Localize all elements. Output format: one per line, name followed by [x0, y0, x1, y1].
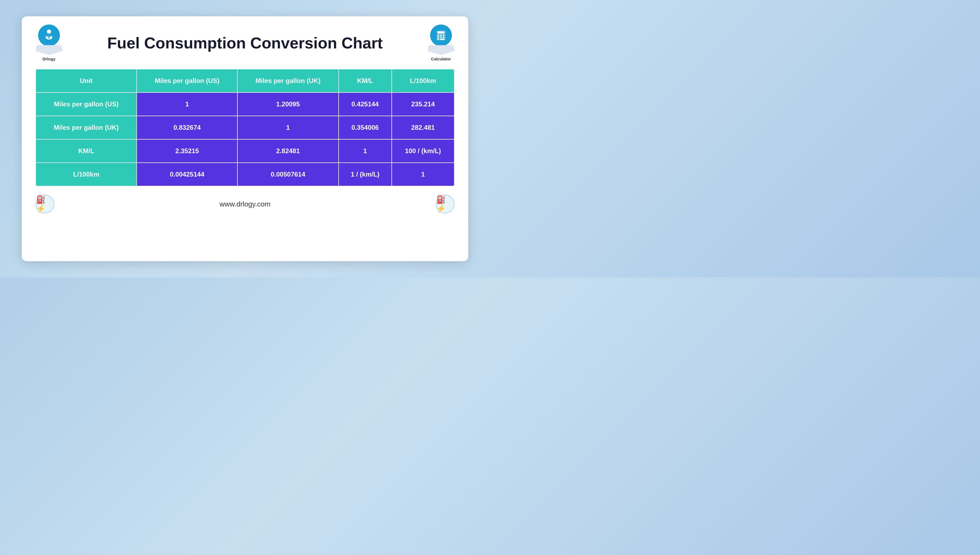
cell-unit: KM/L [36, 139, 137, 163]
col-mpg-uk: Miles per gallon (UK) [238, 69, 338, 93]
cell-unit: Miles per gallon (UK) [36, 116, 137, 139]
col-kml: KM/L [339, 69, 392, 93]
svg-rect-9 [437, 37, 439, 38]
logo-ribbon-right [427, 45, 455, 55]
svg-rect-7 [440, 35, 442, 36]
cell-value: 2.35215 [137, 139, 238, 163]
table-row: L/100km0.004251440.005076141 / (km/L)1 [36, 163, 454, 186]
cell-unit: L/100km [36, 163, 137, 186]
logo-left: Drlogy [35, 24, 63, 61]
table-row: KM/L2.352152.824811100 / (km/L) [36, 139, 454, 163]
cell-unit: Miles per gallon (US) [36, 93, 137, 116]
cell-value: 1 [238, 116, 338, 139]
svg-rect-12 [437, 38, 439, 40]
main-card: Drlogy Fuel Consumption Conversion Chart [22, 16, 468, 261]
cell-value: 100 / (km/L) [392, 139, 454, 163]
logo-left-label: Drlogy [42, 56, 56, 61]
cell-value: 1 [137, 93, 238, 116]
svg-rect-11 [443, 37, 445, 38]
cell-value: 0.832674 [137, 116, 238, 139]
header: Drlogy Fuel Consumption Conversion Chart [35, 24, 455, 61]
cell-value: 235.214 [392, 93, 454, 116]
cell-value: 0.425144 [339, 93, 392, 116]
footer-url: www.drlogy.com [55, 200, 435, 209]
col-mpg-us: Miles per gallon (US) [137, 69, 238, 93]
logo-ribbon-left [35, 45, 63, 55]
table-header-row: Unit Miles per gallon (US) Miles per gal… [36, 69, 454, 93]
logo-right-label: Calculator [431, 56, 451, 61]
calculator-logo-icon [430, 24, 452, 46]
cell-value: 1 / (km/L) [339, 163, 392, 186]
footer-icon-right: ⛽⚡ [435, 194, 455, 213]
footer-icon-left: ⛽⚡ [35, 194, 55, 213]
page-title: Fuel Consumption Conversion Chart [63, 34, 427, 52]
table-row: Miles per gallon (UK)0.83267410.35400628… [36, 116, 454, 139]
svg-rect-3 [48, 34, 50, 38]
cell-value: 1.20095 [238, 93, 338, 116]
cell-value: 282.481 [392, 116, 454, 139]
col-unit: Unit [36, 69, 137, 93]
svg-rect-5 [437, 31, 445, 34]
table-row: Miles per gallon (US)11.200950.425144235… [36, 93, 454, 116]
svg-rect-8 [443, 35, 445, 36]
cell-value: 0.00507614 [238, 163, 338, 186]
svg-rect-13 [440, 38, 445, 40]
svg-point-0 [47, 29, 51, 34]
cell-value: 2.82481 [238, 139, 338, 163]
cell-value: 1 [339, 139, 392, 163]
cell-value: 0.00425144 [137, 163, 238, 186]
drlogy-logo-icon [38, 24, 60, 46]
svg-rect-10 [440, 37, 442, 38]
cell-value: 0.354006 [339, 116, 392, 139]
svg-rect-6 [437, 35, 439, 36]
logo-right: Calculator [427, 24, 455, 61]
cell-value: 1 [392, 163, 454, 186]
conversion-table: Unit Miles per gallon (US) Miles per gal… [35, 69, 455, 186]
col-l100km: L/100km [392, 69, 454, 93]
footer: ⛽⚡ www.drlogy.com ⛽⚡ [35, 194, 455, 213]
